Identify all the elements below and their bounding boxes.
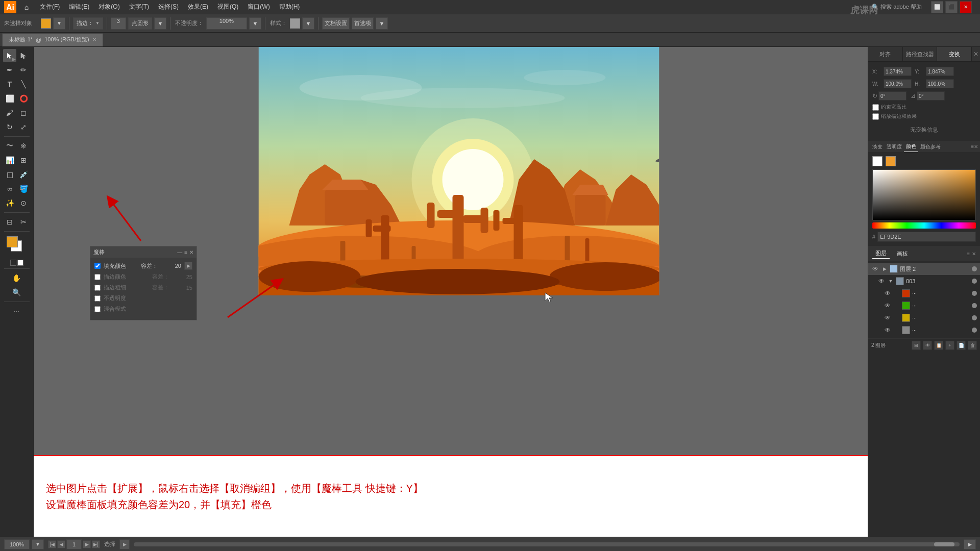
ellipse-tool[interactable]: ⭕ [17,92,30,105]
brush-type-arrow[interactable]: ▼ [154,17,166,30]
layers-template-btn[interactable]: 📋 [934,341,943,350]
opacity-arrow[interactable]: ▼ [249,17,261,30]
scale-tool[interactable]: ⤢ [17,120,30,134]
gradient-tool[interactable]: ◫ [3,168,16,181]
panel-menu-btn[interactable]: ≡ [184,249,187,255]
layers-panel-close[interactable]: ✕ [972,251,976,257]
pen-tool[interactable]: ✒ [3,63,16,77]
zoom-input[interactable] [4,539,30,549]
blend-mode-checkbox[interactable] [94,306,101,312]
y-input[interactable] [926,67,954,76]
menu-object[interactable]: 对象(O) [94,1,124,13]
stroke-color-preview[interactable] [872,156,883,166]
w-input[interactable] [884,79,912,88]
sub2-eye[interactable]: 👁 [884,302,892,310]
sub1-circle[interactable] [972,291,977,296]
play-btn[interactable]: ▶ [119,539,130,549]
sub4-circle[interactable] [972,328,977,333]
stroke-width-checkbox[interactable] [94,285,101,291]
main-canvas[interactable] [259,47,659,295]
sub3-eye[interactable]: 👁 [884,314,892,322]
brush-tool[interactable]: 🖌 [3,106,16,119]
foreground-color-swatch[interactable] [7,236,18,247]
eraser-tool[interactable]: ◻ [17,106,30,119]
eyedropper-tool[interactable]: 💉 [17,168,30,181]
brush-size-input[interactable]: 3 [111,17,126,30]
sub2-circle[interactable] [972,303,977,308]
fill-color-swatch[interactable] [41,18,51,29]
style-swatch[interactable] [290,18,300,29]
layer-row-sub1[interactable]: 👁 ··· [868,287,980,299]
transform-tab[interactable]: 变换 [937,47,972,61]
layers-new-sublayer-btn[interactable]: + [945,341,954,350]
direct-select-tool[interactable] [17,49,30,62]
color-hue-bar[interactable] [872,222,976,229]
pref-arrow-btn[interactable]: ▼ [376,17,388,30]
shear-input[interactable] [917,91,945,101]
panel-minimize-btn[interactable]: — [177,249,182,255]
fill-tolerance-arrow[interactable]: ▶ [184,262,192,270]
layers-tab[interactable]: 图层 [872,248,890,259]
menu-file[interactable]: 文件(F) [36,1,64,13]
lasso-tool[interactable]: ⊙ [17,196,30,210]
layer2-eye[interactable]: 👁 [871,265,879,273]
layer-row-003[interactable]: 👁 ▼ 003 [868,275,980,287]
close-btn[interactable]: ✕ [960,1,972,13]
hand-tool[interactable]: ✋ [10,271,23,285]
menu-type[interactable]: 文字(T) [125,1,153,13]
style-arrow[interactable]: ▼ [302,17,314,30]
tab-close-btn[interactable]: ✕ [92,37,96,42]
menu-select[interactable]: 选择(S) [154,1,183,13]
menu-help[interactable]: 帮助(H) [275,1,304,13]
layer003-eye[interactable]: 👁 [877,277,886,285]
sub4-expand[interactable] [894,327,900,333]
x-input[interactable] [884,67,912,76]
zoom-tool[interactable]: 🔍 [10,286,23,299]
color-ref-tab[interactable]: 颜色参考 [918,142,943,152]
collapse-btn[interactable]: ⬜ [931,1,943,13]
align-tab[interactable]: 对齐 [868,47,903,61]
mini-white-swatch[interactable] [17,260,23,266]
transparency-tab[interactable]: 透明度 [885,142,904,152]
slice-tool[interactable]: ✂ [17,215,30,229]
sub1-expand[interactable] [894,290,900,296]
opacity-input[interactable]: 100% [206,17,247,30]
constrain-checkbox-row[interactable]: 约束宽高比 [872,104,976,111]
constrain-checkbox[interactable] [872,104,879,111]
blend-tool[interactable]: ∞ [3,182,16,195]
prev-page-btn[interactable]: ◀ [57,540,65,548]
brush-mode-dropdown[interactable]: 描边：▼ [73,17,103,30]
layer2-circle[interactable] [972,266,977,271]
angle-input[interactable] [878,91,906,101]
h-input[interactable] [926,79,954,88]
artboard-tab[interactable]: 画板 [894,249,911,259]
scrollbar-thumb[interactable] [934,542,954,546]
last-page-btn[interactable]: ▶| [92,540,100,548]
panel-options-btn[interactable]: ✕ [972,47,980,61]
line-tool[interactable]: ╲ [17,78,30,91]
sub4-eye[interactable]: 👁 [884,326,892,334]
pencil-tool[interactable]: ✏ [17,63,30,77]
menu-view[interactable]: 视图(Q) [213,1,242,13]
scale-strokes-checkbox[interactable] [872,113,879,120]
rotate-tool[interactable]: ↻ [3,120,16,134]
color-gradient-picker[interactable] [872,169,976,220]
stroke-options-btn[interactable]: ▼ [53,17,65,30]
pathfinder-tab[interactable]: 路径查找器 [903,47,938,61]
brush-type-dropdown[interactable]: 点圆形 [128,17,152,30]
color-tab[interactable]: 颜色 [904,141,918,152]
layers-make-clip-btn[interactable]: ⊞ [912,341,921,350]
doc-settings-btn[interactable]: 文档设置 [322,17,350,30]
layer2-expand[interactable]: ▶ [881,266,888,272]
mesh-tool[interactable]: ⊞ [17,154,30,167]
menu-effect[interactable]: 效果(E) [184,1,212,13]
magic-wand-tool[interactable]: ✨ [3,196,16,210]
layer-row-layer2[interactable]: 👁 ▶ 图层 2 [868,263,980,275]
sub3-circle[interactable] [972,315,977,320]
artboard-tool[interactable]: ⊟ [3,215,16,229]
layer-row-sub3[interactable]: 👁 ··· [868,312,980,324]
scroll-right-btn[interactable]: ▶ [964,539,976,549]
warp-tool[interactable]: 〜 [3,139,16,153]
sub3-expand[interactable] [894,315,900,321]
sub2-expand[interactable] [894,303,900,309]
